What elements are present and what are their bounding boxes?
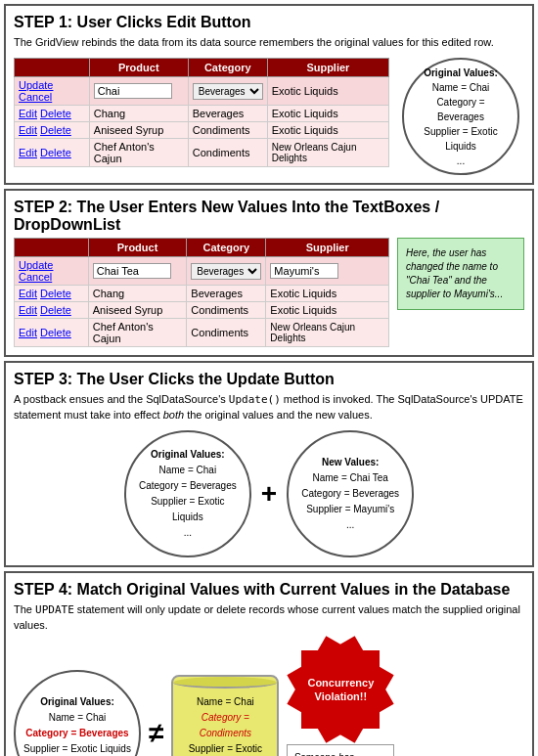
table-row: Edit Delete Chef Anton's Cajun Condiment… bbox=[15, 319, 389, 347]
product-cell: Aniseed Syrup bbox=[89, 122, 188, 139]
col-actions bbox=[15, 59, 90, 77]
step1-original-values: Original Values: Name = Chai Category = … bbox=[397, 58, 524, 175]
col-category: Category bbox=[187, 239, 266, 257]
cylinder-db: Name = Chai Category = Condiments Suppli… bbox=[171, 675, 279, 756]
category-cell: Beverages bbox=[187, 286, 266, 302]
starburst-text: ConcurrencyViolation!! bbox=[307, 676, 374, 704]
step4-section: STEP 4: Match Original Values with Curre… bbox=[4, 571, 534, 756]
product-cell bbox=[89, 77, 188, 106]
delete-link[interactable]: Delete bbox=[40, 304, 71, 316]
row-actions: Edit Delete bbox=[15, 319, 89, 347]
col-category: Category bbox=[188, 59, 267, 77]
step2-section: STEP 2: The User Enters New Values Into … bbox=[4, 189, 534, 357]
supplier-cell bbox=[266, 257, 389, 286]
row-actions: Update Cancel bbox=[15, 77, 90, 106]
step4-right-col: ConcurrencyViolation!! Someone has chang… bbox=[287, 641, 394, 756]
delete-link[interactable]: Delete bbox=[40, 327, 71, 338]
col-product: Product bbox=[88, 239, 187, 257]
product-cell: Chang bbox=[88, 286, 187, 302]
step4-original-text: Original Values: Name = Chai Category = … bbox=[23, 694, 131, 756]
original-values-text: Original Values: Name = Chai Category = … bbox=[414, 66, 508, 168]
step3-desc: A postback ensues and the SqlDataSource'… bbox=[14, 392, 524, 422]
step3-title: STEP 3: The User Clicks the Update Butto… bbox=[14, 371, 524, 388]
step2-content: Product Category Supplier Update Cancel bbox=[14, 238, 524, 347]
step3-new-circle: New Values: Name = Chai Tea Category = B… bbox=[287, 430, 414, 557]
edit-link[interactable]: Edit bbox=[19, 124, 37, 136]
category-cell: Condiments bbox=[188, 122, 267, 139]
delete-link[interactable]: Delete bbox=[40, 124, 71, 136]
concurrency-note: Someone has changed the Category for thi… bbox=[287, 744, 394, 756]
delete-link[interactable]: Delete bbox=[40, 108, 71, 119]
edit-link[interactable]: Edit bbox=[19, 108, 37, 119]
category-cell: Beverages bbox=[187, 257, 266, 286]
step2-table: Product Category Supplier Update Cancel bbox=[14, 238, 389, 347]
product-cell: Aniseed Syrup bbox=[88, 302, 187, 319]
category-select[interactable]: Beverages bbox=[193, 83, 263, 100]
category-cell: Condiments bbox=[187, 319, 266, 347]
row-actions: Edit Delete bbox=[15, 122, 90, 139]
row-actions: Edit Delete bbox=[15, 302, 89, 319]
step3-original-circle: Original Values: Name = Chai Category = … bbox=[124, 430, 251, 557]
col-product: Product bbox=[89, 59, 188, 77]
step3-original-text: Original Values: Name = Chai Category = … bbox=[136, 447, 240, 541]
row-actions: Edit Delete bbox=[15, 139, 90, 167]
step1-table: Product Category Supplier Update Cancel bbox=[14, 58, 389, 167]
product-cell: Chang bbox=[89, 106, 188, 122]
row-actions: Edit Delete bbox=[15, 106, 90, 122]
row-actions: Update Cancel bbox=[15, 257, 89, 286]
category-cell: Condiments bbox=[187, 302, 266, 319]
step3-circles: Original Values: Name = Chai Category = … bbox=[14, 430, 524, 557]
cancel-link[interactable]: Cancel bbox=[19, 271, 52, 283]
product-input[interactable] bbox=[93, 263, 171, 279]
table-row: Update Cancel Beverages Exotic Liquids bbox=[15, 77, 389, 106]
step4-cylinder: Name = Chai Category = Condiments Suppli… bbox=[171, 675, 279, 756]
table-row: Edit Delete Chef Anton's Cajun Condiment… bbox=[15, 139, 389, 167]
neq-symbol: ≠ bbox=[149, 718, 163, 749]
supplier-cell: New Orleans Cajun Delights bbox=[267, 139, 388, 167]
supplier-cell: Exotic Liquids bbox=[267, 106, 388, 122]
step1-content: Product Category Supplier Update Cancel bbox=[14, 58, 524, 175]
delete-link[interactable]: Delete bbox=[40, 288, 71, 299]
supplier-cell: Exotic Liquids bbox=[267, 77, 388, 106]
table-row: Edit Delete Aniseed Syrup Condiments Exo… bbox=[15, 302, 389, 319]
edit-link[interactable]: Edit bbox=[19, 327, 37, 338]
step2-title: STEP 2: The User Enters New Values Into … bbox=[14, 199, 524, 234]
supplier-input[interactable] bbox=[270, 263, 338, 279]
col-supplier: Supplier bbox=[267, 59, 388, 77]
step4-title: STEP 4: Match Original Values with Curre… bbox=[14, 581, 524, 599]
cancel-link[interactable]: Cancel bbox=[19, 91, 52, 103]
update-link[interactable]: Update bbox=[19, 79, 53, 91]
edit-link[interactable]: Edit bbox=[19, 304, 37, 316]
green-note-box: Here, the user has changed the name to "… bbox=[397, 238, 524, 310]
delete-link[interactable]: Delete bbox=[40, 147, 71, 158]
step3-new-text: New Values: Name = Chai Tea Category = B… bbox=[301, 455, 399, 533]
concurrency-starburst: ConcurrencyViolation!! bbox=[291, 641, 389, 738]
table-row: Edit Delete Chang Beverages Exotic Liqui… bbox=[15, 286, 389, 302]
step1-desc: The GridView rebinds the data from its d… bbox=[14, 35, 524, 50]
category-cell: Beverages bbox=[188, 106, 267, 122]
supplier-cell: New Orleans Cajun Delights bbox=[266, 319, 389, 347]
category-cell: Beverages bbox=[188, 77, 267, 106]
edit-link[interactable]: Edit bbox=[19, 147, 37, 158]
category-cell: Condiments bbox=[188, 139, 267, 167]
plus-symbol: + bbox=[261, 478, 277, 510]
table-row: Edit Delete Aniseed Syrup Condiments Exo… bbox=[15, 122, 389, 139]
product-cell bbox=[88, 257, 187, 286]
table-row: Edit Delete Chang Beverages Exotic Liqui… bbox=[15, 106, 389, 122]
update-link[interactable]: Update bbox=[19, 259, 53, 271]
row-actions: Edit Delete bbox=[15, 286, 89, 302]
step4-original-circle: Original Values: Name = Chai Category = … bbox=[14, 670, 141, 756]
product-input[interactable] bbox=[94, 83, 172, 99]
supplier-cell: Exotic Liquids bbox=[266, 286, 389, 302]
table-row: Update Cancel Beverages bbox=[15, 257, 389, 286]
original-values-circle: Original Values: Name = Chai Category = … bbox=[402, 58, 519, 175]
step3-section: STEP 3: The User Clicks the Update Butto… bbox=[4, 361, 534, 567]
step4-desc: The UPDATE statement will only update or… bbox=[14, 602, 524, 633]
step4-content: Original Values: Name = Chai Category = … bbox=[14, 641, 524, 756]
category-select[interactable]: Beverages bbox=[191, 263, 261, 280]
step2-note: Here, the user has changed the name to "… bbox=[397, 238, 524, 310]
edit-link[interactable]: Edit bbox=[19, 288, 37, 299]
step1-section: STEP 1: User Clicks Edit Button The Grid… bbox=[4, 4, 534, 185]
supplier-cell: Exotic Liquids bbox=[266, 302, 389, 319]
supplier-cell: Exotic Liquids bbox=[267, 122, 388, 139]
